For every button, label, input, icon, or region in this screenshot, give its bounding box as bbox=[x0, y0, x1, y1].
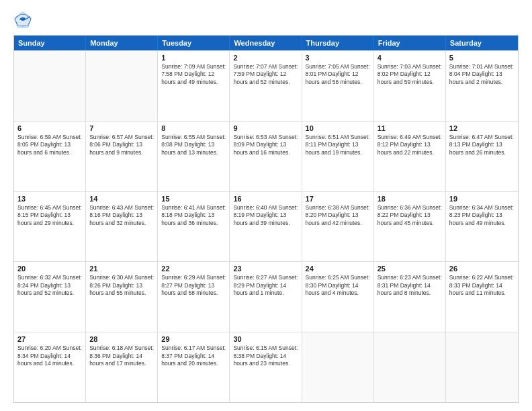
day-cell-14: 14Sunrise: 6:43 AM Sunset: 8:16 PM Dayli… bbox=[86, 192, 158, 262]
day-info: Sunrise: 7:03 AM Sunset: 8:02 PM Dayligh… bbox=[378, 63, 442, 86]
day-cell-20: 20Sunrise: 6:32 AM Sunset: 8:24 PM Dayli… bbox=[14, 262, 86, 332]
day-cell-10: 10Sunrise: 6:51 AM Sunset: 8:11 PM Dayli… bbox=[302, 122, 374, 191]
day-info: Sunrise: 6:30 AM Sunset: 8:26 PM Dayligh… bbox=[89, 274, 154, 297]
day-cell-9: 9Sunrise: 6:53 AM Sunset: 8:09 PM Daylig… bbox=[230, 122, 302, 191]
day-number: 21 bbox=[89, 265, 154, 273]
day-cell-22: 22Sunrise: 6:29 AM Sunset: 8:27 PM Dayli… bbox=[158, 262, 230, 332]
day-cell-23: 23Sunrise: 6:27 AM Sunset: 8:29 PM Dayli… bbox=[230, 262, 302, 332]
day-cell-13: 13Sunrise: 6:45 AM Sunset: 8:15 PM Dayli… bbox=[14, 192, 86, 262]
day-cell-2: 2Sunrise: 7:07 AM Sunset: 7:59 PM Daylig… bbox=[230, 51, 302, 121]
day-number: 23 bbox=[233, 265, 298, 273]
day-number: 19 bbox=[449, 195, 515, 203]
day-number: 16 bbox=[233, 195, 298, 203]
day-number: 24 bbox=[306, 265, 370, 273]
day-info: Sunrise: 6:29 AM Sunset: 8:27 PM Dayligh… bbox=[161, 274, 226, 297]
day-cell-8: 8Sunrise: 6:55 AM Sunset: 8:08 PM Daylig… bbox=[158, 122, 230, 191]
day-number: 10 bbox=[306, 124, 370, 132]
week-row-1: 1Sunrise: 7:09 AM Sunset: 7:58 PM Daylig… bbox=[14, 50, 518, 121]
day-number: 7 bbox=[89, 124, 154, 132]
day-number: 30 bbox=[233, 335, 298, 343]
day-info: Sunrise: 6:49 AM Sunset: 8:12 PM Dayligh… bbox=[378, 134, 442, 156]
day-info: Sunrise: 6:53 AM Sunset: 8:09 PM Dayligh… bbox=[233, 134, 298, 156]
day-info: Sunrise: 6:36 AM Sunset: 8:22 PM Dayligh… bbox=[378, 204, 442, 227]
empty-cell bbox=[302, 332, 374, 402]
day-number: 2 bbox=[233, 54, 298, 62]
day-cell-15: 15Sunrise: 6:41 AM Sunset: 8:18 PM Dayli… bbox=[158, 192, 230, 262]
day-number: 1 bbox=[161, 54, 226, 62]
day-of-week-friday: Friday bbox=[374, 36, 446, 50]
day-number: 28 bbox=[89, 335, 154, 343]
week-row-2: 6Sunrise: 6:59 AM Sunset: 8:05 PM Daylig… bbox=[14, 121, 518, 191]
day-info: Sunrise: 7:01 AM Sunset: 8:04 PM Dayligh… bbox=[449, 63, 515, 86]
header bbox=[13, 11, 519, 30]
empty-cell bbox=[14, 51, 86, 121]
day-info: Sunrise: 6:17 AM Sunset: 8:37 PM Dayligh… bbox=[161, 345, 226, 367]
day-number: 18 bbox=[378, 195, 442, 203]
day-cell-27: 27Sunrise: 6:20 AM Sunset: 8:34 PM Dayli… bbox=[14, 332, 86, 402]
day-of-week-sunday: Sunday bbox=[14, 36, 86, 50]
day-number: 8 bbox=[161, 124, 226, 132]
day-of-week-tuesday: Tuesday bbox=[158, 36, 230, 50]
day-info: Sunrise: 6:59 AM Sunset: 8:05 PM Dayligh… bbox=[17, 134, 82, 156]
day-info: Sunrise: 6:25 AM Sunset: 8:30 PM Dayligh… bbox=[306, 274, 370, 297]
logo bbox=[13, 11, 35, 30]
day-number: 25 bbox=[378, 265, 442, 273]
day-number: 5 bbox=[449, 54, 515, 62]
day-number: 29 bbox=[161, 335, 226, 343]
day-info: Sunrise: 6:51 AM Sunset: 8:11 PM Dayligh… bbox=[306, 134, 370, 156]
logo-icon bbox=[13, 11, 32, 30]
day-cell-30: 30Sunrise: 6:15 AM Sunset: 8:38 PM Dayli… bbox=[230, 332, 302, 402]
calendar-header: SundayMondayTuesdayWednesdayThursdayFrid… bbox=[14, 36, 518, 50]
day-cell-17: 17Sunrise: 6:38 AM Sunset: 8:20 PM Dayli… bbox=[302, 192, 374, 262]
day-info: Sunrise: 7:07 AM Sunset: 7:59 PM Dayligh… bbox=[233, 63, 298, 86]
day-cell-3: 3Sunrise: 7:05 AM Sunset: 8:01 PM Daylig… bbox=[302, 51, 374, 121]
day-info: Sunrise: 6:45 AM Sunset: 8:15 PM Dayligh… bbox=[17, 204, 82, 227]
day-number: 17 bbox=[306, 195, 370, 203]
day-cell-11: 11Sunrise: 6:49 AM Sunset: 8:12 PM Dayli… bbox=[374, 122, 446, 191]
day-cell-18: 18Sunrise: 6:36 AM Sunset: 8:22 PM Dayli… bbox=[374, 192, 446, 262]
week-row-5: 27Sunrise: 6:20 AM Sunset: 8:34 PM Dayli… bbox=[14, 332, 518, 402]
day-cell-7: 7Sunrise: 6:57 AM Sunset: 8:06 PM Daylig… bbox=[86, 122, 158, 191]
day-info: Sunrise: 6:40 AM Sunset: 8:19 PM Dayligh… bbox=[233, 204, 298, 227]
day-number: 15 bbox=[161, 195, 226, 203]
day-number: 26 bbox=[449, 265, 515, 273]
day-info: Sunrise: 6:22 AM Sunset: 8:33 PM Dayligh… bbox=[449, 274, 515, 297]
empty-cell bbox=[86, 51, 158, 121]
day-info: Sunrise: 6:55 AM Sunset: 8:08 PM Dayligh… bbox=[161, 134, 226, 156]
day-info: Sunrise: 6:38 AM Sunset: 8:20 PM Dayligh… bbox=[306, 204, 370, 227]
day-of-week-saturday: Saturday bbox=[446, 36, 518, 50]
day-info: Sunrise: 6:15 AM Sunset: 8:38 PM Dayligh… bbox=[233, 345, 298, 367]
day-number: 13 bbox=[17, 195, 82, 203]
day-cell-25: 25Sunrise: 6:23 AM Sunset: 8:31 PM Dayli… bbox=[374, 262, 446, 332]
day-number: 6 bbox=[17, 124, 82, 132]
day-cell-24: 24Sunrise: 6:25 AM Sunset: 8:30 PM Dayli… bbox=[302, 262, 374, 332]
day-number: 14 bbox=[89, 195, 154, 203]
day-of-week-wednesday: Wednesday bbox=[230, 36, 302, 50]
day-number: 11 bbox=[378, 124, 442, 132]
calendar: SundayMondayTuesdayWednesdayThursdayFrid… bbox=[13, 35, 519, 403]
empty-cell bbox=[374, 332, 446, 402]
day-cell-5: 5Sunrise: 7:01 AM Sunset: 8:04 PM Daylig… bbox=[446, 51, 518, 121]
day-of-week-monday: Monday bbox=[86, 36, 158, 50]
day-number: 4 bbox=[378, 54, 442, 62]
day-cell-28: 28Sunrise: 6:18 AM Sunset: 8:36 PM Dayli… bbox=[86, 332, 158, 402]
week-row-3: 13Sunrise: 6:45 AM Sunset: 8:15 PM Dayli… bbox=[14, 191, 518, 262]
day-info: Sunrise: 7:05 AM Sunset: 8:01 PM Dayligh… bbox=[306, 63, 370, 86]
day-cell-29: 29Sunrise: 6:17 AM Sunset: 8:37 PM Dayli… bbox=[158, 332, 230, 402]
calendar-body: 1Sunrise: 7:09 AM Sunset: 7:58 PM Daylig… bbox=[14, 50, 518, 402]
day-cell-21: 21Sunrise: 6:30 AM Sunset: 8:26 PM Dayli… bbox=[86, 262, 158, 332]
day-cell-1: 1Sunrise: 7:09 AM Sunset: 7:58 PM Daylig… bbox=[158, 51, 230, 121]
day-number: 27 bbox=[17, 335, 82, 343]
empty-cell bbox=[446, 332, 518, 402]
day-info: Sunrise: 6:41 AM Sunset: 8:18 PM Dayligh… bbox=[161, 204, 226, 227]
day-number: 20 bbox=[17, 265, 82, 273]
day-cell-26: 26Sunrise: 6:22 AM Sunset: 8:33 PM Dayli… bbox=[446, 262, 518, 332]
page: SundayMondayTuesdayWednesdayThursdayFrid… bbox=[0, 0, 532, 411]
day-cell-6: 6Sunrise: 6:59 AM Sunset: 8:05 PM Daylig… bbox=[14, 122, 86, 191]
day-cell-19: 19Sunrise: 6:34 AM Sunset: 8:23 PM Dayli… bbox=[446, 192, 518, 262]
day-info: Sunrise: 6:18 AM Sunset: 8:36 PM Dayligh… bbox=[89, 345, 154, 367]
day-info: Sunrise: 6:20 AM Sunset: 8:34 PM Dayligh… bbox=[17, 345, 82, 367]
day-info: Sunrise: 6:43 AM Sunset: 8:16 PM Dayligh… bbox=[89, 204, 154, 227]
day-info: Sunrise: 6:34 AM Sunset: 8:23 PM Dayligh… bbox=[449, 204, 515, 227]
day-info: Sunrise: 6:27 AM Sunset: 8:29 PM Dayligh… bbox=[233, 274, 298, 297]
